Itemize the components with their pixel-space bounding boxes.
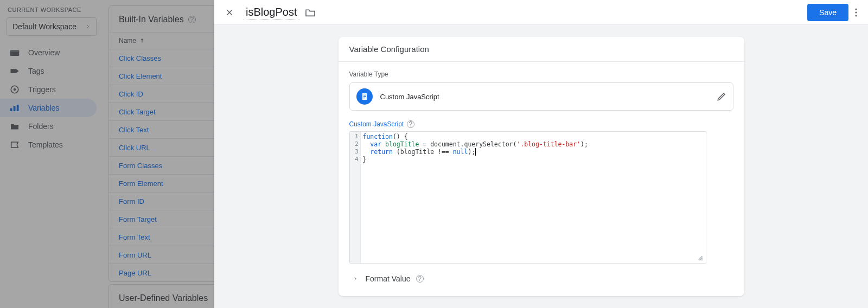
more-menu-icon[interactable] <box>848 4 864 21</box>
folder-icon[interactable] <box>305 8 316 17</box>
close-icon[interactable] <box>219 4 240 21</box>
svg-point-8 <box>855 11 857 13</box>
variable-editor: isBlogPost Save Variable Configuration V… <box>214 0 868 308</box>
variable-type-name: Custom JavaScript <box>380 93 717 101</box>
variable-name-input[interactable]: isBlogPost <box>244 5 299 20</box>
format-value-toggle[interactable]: Format Value ? <box>339 269 744 285</box>
svg-point-9 <box>855 15 857 16</box>
code-label: Custom JavaScript <box>349 120 404 128</box>
code-gutter: 1234 <box>350 132 361 263</box>
help-icon[interactable]: ? <box>416 275 424 283</box>
save-button[interactable]: Save <box>807 4 848 21</box>
pencil-icon[interactable] <box>717 92 726 101</box>
editor-body: Variable Configuration Variable Type Cus… <box>214 25 868 308</box>
variable-type-label: Variable Type <box>339 62 744 82</box>
config-card: Variable Configuration Variable Type Cus… <box>339 37 744 296</box>
code-editor[interactable]: 1234 function() { var blogTitle = docume… <box>349 131 706 264</box>
help-icon[interactable]: ? <box>407 120 414 128</box>
svg-point-7 <box>855 8 857 10</box>
code-area[interactable]: function() { var blogTitle = document.qu… <box>361 132 706 263</box>
editor-toolbar: isBlogPost Save <box>214 0 868 25</box>
custom-js-icon <box>356 88 373 105</box>
variable-type-selector[interactable]: Custom JavaScript <box>349 82 733 111</box>
resize-handle-icon[interactable] <box>697 254 704 262</box>
format-value-label: Format Value <box>366 274 411 283</box>
chevron-right-icon <box>353 276 360 281</box>
card-title: Variable Configuration <box>339 37 744 62</box>
